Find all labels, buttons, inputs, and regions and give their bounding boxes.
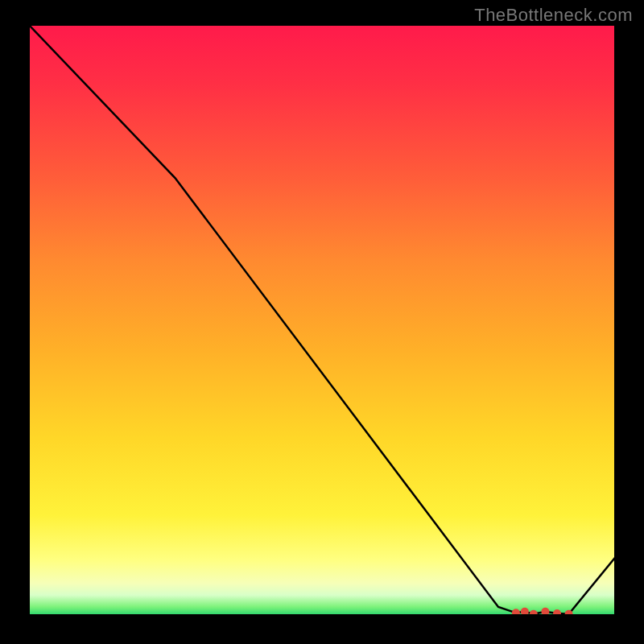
watermark-text: TheBottleneck.com: [474, 5, 633, 26]
chart-container: TheBottleneck.com: [0, 0, 644, 644]
svg-rect-0: [28, 24, 616, 616]
gradient-background: [28, 24, 616, 616]
plot-area: [28, 24, 616, 616]
